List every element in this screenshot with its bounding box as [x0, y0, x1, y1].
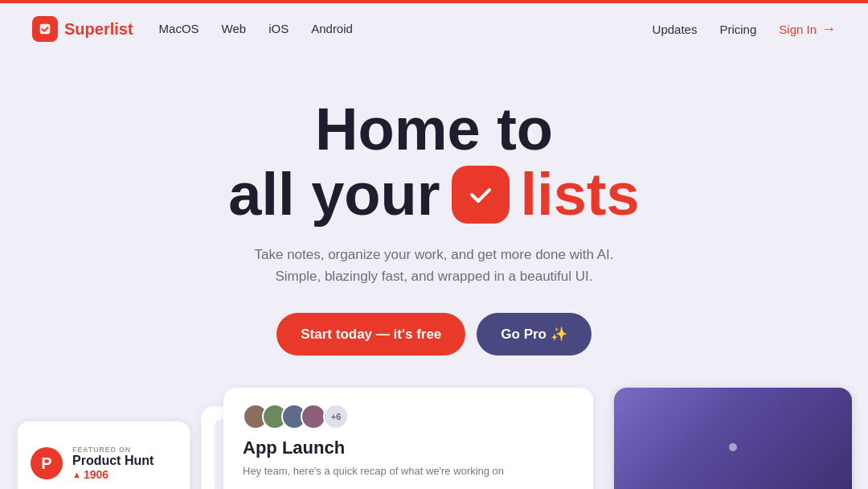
cards-area: P FEATURED ON Product Hunt ▲ 1906 +6 App…: [0, 394, 868, 489]
go-pro-button[interactable]: Go Pro ✨: [477, 313, 591, 355]
start-free-button[interactable]: Start today — it's free: [276, 313, 465, 355]
nav-right: Updates Pricing Sign In →: [653, 21, 836, 38]
app-launch-description: Hey team, here's a quick recap of what w…: [243, 463, 574, 479]
hero-title-line2: all your lists: [32, 162, 836, 227]
hero-subtitle: Take notes, organize your work, and get …: [32, 244, 836, 287]
hero-title-line1: Home to: [32, 97, 836, 162]
purple-dot-indicator: [729, 443, 737, 451]
app-launch-title: App Launch: [243, 438, 574, 458]
hero-buttons: Start today — it's free Go Pro ✨: [32, 313, 836, 355]
arrow-right-icon: →: [821, 21, 836, 38]
app-launch-card: +6 App Launch Hey team, here's a quick r…: [223, 388, 593, 489]
hero-title: Home to all your lists: [32, 97, 836, 228]
hero-title-allyour: all your: [228, 162, 440, 227]
ph-featured-label: FEATURED ON: [72, 446, 177, 454]
logo-icon: [32, 16, 58, 42]
sign-in-link[interactable]: Sign In →: [779, 21, 836, 38]
nav-ios[interactable]: iOS: [268, 22, 289, 35]
nav-web[interactable]: Web: [222, 22, 247, 35]
logo-text: Superlist: [64, 20, 133, 39]
nav-android[interactable]: Android: [311, 22, 353, 35]
ph-content: FEATURED ON Product Hunt ▲ 1906: [72, 446, 177, 481]
nav-updates[interactable]: Updates: [653, 23, 698, 36]
upvote-icon: ▲: [72, 470, 81, 479]
navbar: Superlist MacOS Web iOS Android Updates …: [0, 3, 868, 55]
hero-section: Home to all your lists Take notes, organ…: [0, 55, 868, 388]
vote-count: 1906: [84, 468, 108, 481]
nav-macos[interactable]: MacOS: [159, 22, 199, 35]
avatars-group: +6: [243, 404, 574, 429]
purple-gradient-card: [614, 388, 852, 489]
hero-title-lists: lists: [521, 162, 640, 227]
logo[interactable]: Superlist: [32, 16, 133, 42]
ph-name: Product Hunt: [72, 454, 177, 468]
ph-votes: ▲ 1906: [72, 468, 177, 481]
nav-pricing[interactable]: Pricing: [719, 23, 756, 36]
check-badge: [452, 166, 510, 224]
nav-links: MacOS Web iOS Android: [159, 22, 353, 36]
product-hunt-card[interactable]: P FEATURED ON Product Hunt ▲ 1906: [16, 420, 191, 489]
avatars-overflow: +6: [323, 404, 349, 429]
ph-logo-icon: P: [31, 447, 63, 479]
